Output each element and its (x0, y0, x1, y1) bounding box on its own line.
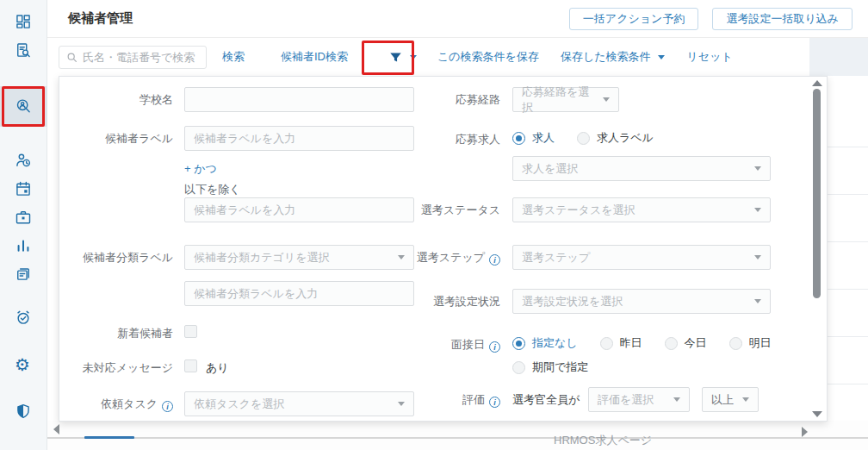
info-icon[interactable]: i (162, 401, 173, 412)
sidebar-item-reports[interactable] (15, 237, 32, 254)
bulk-import-button[interactable]: 選考設定一括取り込み (712, 8, 852, 30)
hscroll-left-arrow-icon[interactable] (53, 424, 59, 434)
selection-setting-status-select[interactable]: 選考設定状況を選択 (512, 289, 771, 314)
sidebar-item-candidate-history[interactable] (15, 152, 32, 169)
info-icon[interactable]: i (489, 254, 500, 266)
new-candidate-checkbox[interactable] (184, 325, 197, 338)
info-icon[interactable]: i (489, 341, 500, 353)
date-yesterday-radio[interactable] (600, 337, 613, 350)
calendar-icon (15, 180, 32, 197)
vscroll-up-arrow-icon[interactable] (812, 80, 822, 86)
person-clock-icon (15, 152, 32, 169)
evaluation-select[interactable]: 評価を選択 (588, 387, 690, 412)
page-title: 候補者管理 (68, 10, 133, 27)
job-label-radio-label: 求人ラベル (597, 130, 654, 146)
chevron-down-icon (754, 208, 761, 212)
vscroll-down-arrow-icon[interactable] (812, 411, 822, 417)
bar-chart-icon (15, 237, 32, 254)
bottom-scroll-area: HRMOS求人ページ (47, 421, 868, 450)
gear-icon: ⚙ (15, 355, 30, 374)
sidebar-item-calendar[interactable] (15, 180, 32, 197)
chevron-down-icon (742, 397, 749, 402)
saved-conditions-caret-icon (658, 55, 665, 59)
saved-conditions-label: 保存した検索条件 (561, 49, 651, 65)
job-select[interactable]: 求人を選択 (512, 156, 771, 181)
app-root: ⚙ 候補者管理 一括アクション予約 選考設定一括取り込み 検索 候補者ID検索 … (0, 0, 868, 450)
job-radio[interactable] (512, 132, 525, 145)
selection-step-select[interactable]: 選考ステップ (512, 245, 771, 270)
bulk-action-button[interactable]: 一括アクション予約 (569, 8, 699, 30)
search-toolbar: 検索 候補者ID検索 この検索条件を保存 保存した検索条件 リセット (47, 38, 809, 76)
footer-link[interactable]: HRMOS求人ページ (554, 433, 652, 448)
page-header: 候補者管理 一括アクション予約 選考設定一括取り込み (47, 0, 868, 38)
evaluation-condition-select[interactable]: 以上 (702, 387, 759, 412)
exclude-below-text: 以下を除く (184, 182, 241, 197)
date-period-label: 期間で指定 (532, 359, 588, 375)
hscroll-right-arrow-icon[interactable] (802, 427, 808, 437)
sidebar-item-candidate-search[interactable] (15, 97, 32, 115)
chevron-down-icon (754, 255, 761, 259)
date-tomorrow-label: 明日 (749, 335, 772, 351)
selection-setting-status-placeholder: 選考設定状況を選択 (522, 294, 623, 309)
date-yesterday-label: 昨日 (620, 335, 642, 351)
document-search-icon (15, 41, 32, 59)
alarm-check-icon (15, 309, 32, 326)
dashboard-grid-icon (15, 13, 32, 30)
chevron-down-icon (754, 166, 761, 171)
interview-date-radio-group: 指定なし 昨日 今日 明日 (512, 335, 787, 351)
pending-message-checkbox[interactable] (184, 359, 197, 372)
application-route-select[interactable]: 応募経路を選択 (512, 87, 619, 112)
evaluation-label: 評価i (371, 392, 500, 408)
date-tomorrow-radio[interactable] (729, 337, 742, 350)
hscroll-track[interactable] (47, 437, 868, 439)
request-task-label: 依頼タスクi (44, 397, 173, 412)
interview-period-radio-row: 期間で指定 (512, 359, 604, 375)
job-label-radio[interactable] (577, 132, 590, 145)
chevron-down-icon (754, 299, 761, 303)
sidebar-item-jobs[interactable] (15, 209, 32, 226)
date-none-label: 指定なし (532, 335, 578, 351)
table-header-strip (809, 38, 868, 76)
school-label: 学校名 (59, 92, 173, 108)
documents-icon (15, 265, 32, 282)
candidate-label-label: 候補者ラベル (59, 131, 173, 147)
sidebar-item-tasks[interactable] (15, 309, 32, 326)
sidebar-item-messages[interactable] (15, 265, 32, 282)
candidate-id-search-button[interactable]: 候補者ID検索 (281, 49, 348, 65)
category-label: 候補者分類ラベル (59, 250, 173, 266)
hscroll-thumb[interactable] (84, 436, 134, 439)
filter-funnel-icon (389, 51, 402, 64)
info-icon[interactable]: i (489, 397, 500, 408)
new-candidate-label: 新着候補者 (59, 326, 173, 341)
date-today-radio[interactable] (665, 337, 678, 350)
filter-button[interactable] (389, 51, 417, 64)
evaluation-prefix-text: 選考官全員が (512, 392, 580, 408)
sidebar-item-settings[interactable]: ⚙ (15, 356, 32, 373)
save-condition-button[interactable]: この検索条件を保存 (437, 49, 539, 65)
date-period-radio[interactable] (512, 361, 525, 374)
vscroll-thumb[interactable] (813, 89, 821, 298)
pending-message-label: 未対応メッセージ (59, 360, 173, 376)
search-button[interactable]: 検索 (222, 49, 245, 65)
selection-status-select[interactable]: 選考ステータスを選択 (512, 197, 771, 222)
saved-conditions-button[interactable]: 保存した検索条件 (561, 49, 665, 65)
sidebar-item-security[interactable] (15, 403, 32, 420)
reset-button[interactable]: リセット (687, 49, 733, 65)
chevron-down-icon (603, 97, 610, 102)
briefcase-icon (15, 209, 32, 226)
pending-message-checkbox-label: あり (206, 360, 229, 376)
application-route-placeholder: 応募経路を選択 (522, 84, 596, 116)
date-none-radio[interactable] (512, 337, 525, 350)
search-icon (66, 52, 78, 63)
applied-job-radio-group: 求人 求人ラベル (512, 130, 669, 146)
search-box (59, 46, 207, 69)
sidebar-item-document-search[interactable] (15, 41, 32, 59)
evaluation-condition-placeholder: 以上 (711, 392, 734, 408)
selection-step-label: 選考ステップi (371, 250, 500, 266)
selection-status-placeholder: 選考ステータスを選択 (522, 203, 636, 218)
search-input[interactable] (83, 51, 203, 64)
selection-setting-status-label: 選考設定状況 (371, 294, 500, 309)
add-and-condition-link[interactable]: + かつ (184, 161, 217, 177)
filter-caret-icon (410, 55, 417, 59)
sidebar-item-dashboard[interactable] (15, 13, 32, 30)
